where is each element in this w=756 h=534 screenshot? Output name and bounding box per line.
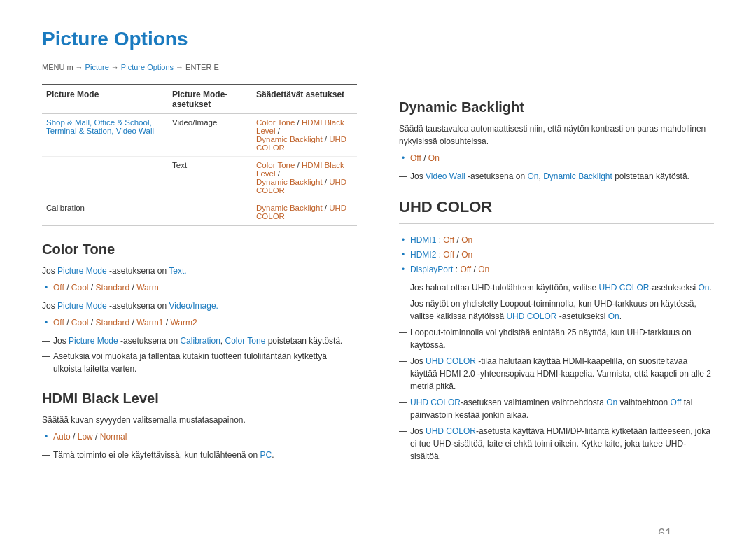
list-item: HDMI1 : Off / On — [399, 234, 714, 246]
row3-col1: Calibration — [42, 199, 168, 225]
breadcrumb-arrow3: → — [176, 63, 183, 71]
dynamic-backlight-note1: Jos Video Wall -asetuksena on On, Dynami… — [399, 170, 714, 183]
row3-col2 — [168, 199, 252, 225]
row1-col1: Shop & Mall, Office & School,Terminal & … — [42, 114, 168, 156]
list-item: HDMI2 : Off / On — [399, 248, 714, 261]
uhd-color-list: HDMI1 : Off / On HDMI2 : Off / On Displa… — [399, 234, 714, 276]
breadcrumb-prefix: MENU m — [42, 63, 74, 71]
color-tone-note2: Asetuksia voi muokata ja tallentaa kutak… — [42, 350, 357, 375]
uhd-color-title: UHD COLOR — [399, 198, 714, 216]
uhd-color-note1: Jos haluat ottaa UHD-tulolähteen käyttöö… — [399, 281, 714, 294]
uhd-color-note5: UHD COLOR-asetuksen vaihtaminen vaihtoeh… — [399, 396, 714, 421]
dynamic-backlight-list: Off / On — [399, 152, 714, 164]
uhd-color-note2: Jos näytöt on yhdistetty Loopout-toiminn… — [399, 297, 714, 323]
breadcrumb-picture[interactable]: Picture — [85, 63, 109, 71]
list-item: Auto / Low / Normal — [42, 430, 357, 443]
color-tone-para1: Jos Picture Mode -asetuksena on Text. — [42, 265, 357, 277]
uhd-color-note3: Loopout-toiminnolla voi yhdistää enintää… — [399, 326, 714, 351]
color-tone-title: Color Tone — [42, 241, 357, 258]
list-item: Off / Cool / Standard / Warm1 / Warm2 — [42, 316, 357, 329]
dynamic-backlight-section: Dynamic Backlight Säädä taustavaloa auto… — [399, 99, 714, 183]
hdmi-black-level-section: HDMI Black Level Säätää kuvan syvyyden v… — [42, 391, 357, 461]
hdmi-black-level-note1: Tämä toiminto ei ole käytettävissä, kun … — [42, 449, 357, 461]
row1-col2: Video/Image — [168, 114, 252, 156]
header-col2: Picture Mode-asetukset — [168, 90, 252, 109]
row2-col3: Color Tone / HDMI Black Level / Dynamic … — [252, 157, 357, 199]
table-header: Picture Mode Picture Mode-asetukset Sääd… — [42, 85, 357, 114]
row2-col2: Text — [168, 157, 252, 199]
hdmi-black-level-list: Auto / Low / Normal — [42, 430, 357, 443]
color-tone-para2: Jos Picture Mode -asetuksena on Video/Im… — [42, 300, 357, 312]
uhd-color-section: UHD COLOR HDMI1 : Off / On HDMI2 : Off /… — [399, 198, 714, 463]
color-tone-list1: Off / Cool / Standard / Warm — [42, 281, 357, 294]
table-row: Shop & Mall, Office & School,Terminal & … — [42, 114, 357, 157]
color-tone-section: Color Tone Jos Picture Mode -asetuksena … — [42, 241, 357, 375]
list-item: DisplayPort : Off / On — [399, 263, 714, 276]
picture-mode-table: Picture Mode Picture Mode-asetukset Sääd… — [42, 84, 357, 226]
table-row: Text Color Tone / HDMI Black Level / Dyn… — [42, 157, 357, 199]
breadcrumb-arrow2: → — [111, 63, 119, 71]
uhd-color-note6: Jos UHD COLOR-asetusta käyttävä HDMI/DP-… — [399, 425, 714, 463]
hdmi-black-level-para1: Säätää kuvan syvyyden valitsemalla musta… — [42, 414, 357, 426]
color-tone-list2: Off / Cool / Standard / Warm1 / Warm2 — [42, 316, 357, 329]
row2-col1 — [42, 157, 168, 199]
page-number: 61 — [658, 526, 672, 534]
dynamic-backlight-para1: Säädä taustavaloa automaattisesti niin, … — [399, 122, 714, 148]
header-col1: Picture Mode — [42, 90, 168, 109]
table-row: Calibration Dynamic Backlight / UHD COLO… — [42, 199, 357, 225]
list-item: Off / On — [399, 152, 714, 164]
breadcrumb-enter: ENTER E — [186, 63, 219, 71]
dynamic-backlight-title: Dynamic Backlight — [399, 99, 714, 115]
list-item: Off / Cool / Standard / Warm — [42, 281, 357, 294]
breadcrumb-picture-options[interactable]: Picture Options — [121, 63, 174, 71]
uhd-color-note4: Jos UHD COLOR -tilaa halutaan käyttää HD… — [399, 355, 714, 393]
color-tone-note1: Jos Picture Mode -asetuksena on Calibrat… — [42, 335, 357, 347]
breadcrumb: MENU m → Picture → Picture Options → ENT… — [42, 63, 714, 71]
row1-col3: Color Tone / HDMI Black Level / Dynamic … — [252, 114, 357, 156]
breadcrumb-arrow1: → — [76, 63, 83, 71]
right-column: Dynamic Backlight Säädä taustavaloa auto… — [399, 84, 714, 465]
page-title: Picture Options — [42, 28, 714, 50]
hdmi-black-level-title: HDMI Black Level — [42, 391, 357, 407]
left-column: Picture Mode Picture Mode-asetukset Sääd… — [42, 84, 357, 465]
row3-col3: Dynamic Backlight / UHD COLOR — [252, 199, 357, 225]
header-col3: Säädettävät asetukset — [252, 90, 357, 109]
